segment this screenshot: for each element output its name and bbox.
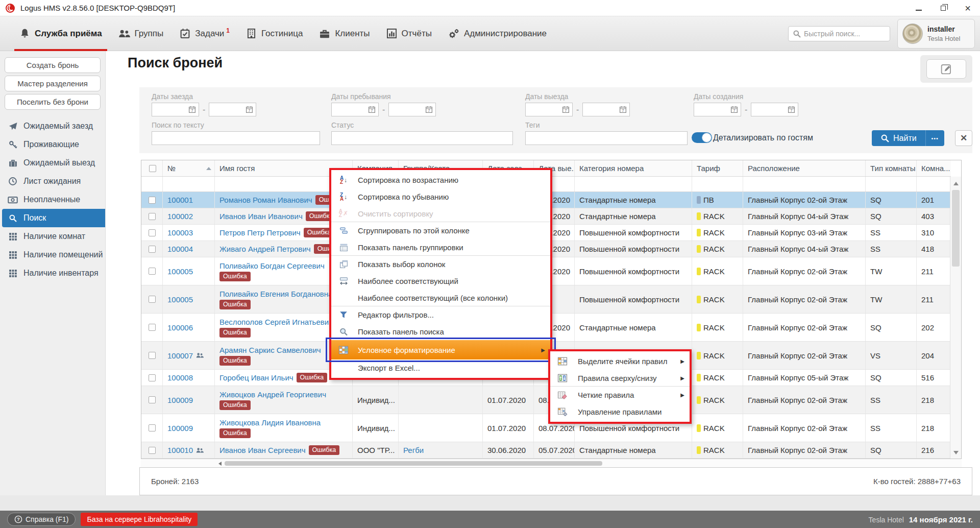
text-filter-input[interactable] [331, 131, 513, 145]
column-header-room-category[interactable]: Категория номера [575, 160, 692, 176]
row-checkbox[interactable] [149, 246, 156, 253]
sidebar-item[interactable]: Лист ожидания [0, 172, 105, 190]
column-header-room[interactable]: Комна... [917, 160, 951, 176]
date-to-input[interactable]: 7 [388, 103, 436, 116]
nav-item[interactable]: Клиенты [311, 16, 378, 51]
clear-filters-button[interactable]: ✕ [955, 130, 972, 146]
nav-item[interactable]: Гостиница [238, 16, 311, 51]
sidebar-item[interactable]: Наличие комнат [0, 227, 105, 246]
guest-name-link[interactable]: Горобец Иван Ильич [219, 373, 293, 382]
row-checkbox[interactable] [149, 213, 156, 220]
submenu-item[interactable]: Управление правилами [550, 403, 690, 420]
row-checkbox[interactable] [149, 352, 156, 359]
date-from-input[interactable]: 7 [525, 103, 573, 116]
column-header-location[interactable]: Расположение [743, 160, 866, 176]
row-checkbox[interactable] [149, 374, 156, 381]
booking-number[interactable]: 100001 [167, 196, 193, 204]
booking-number[interactable]: 100010 [167, 446, 193, 454]
sidebar-action-button[interactable]: Поселить без брони [5, 94, 101, 110]
text-filter-input[interactable] [152, 131, 320, 145]
text-filter-input[interactable] [525, 131, 688, 145]
guest-name-link[interactable]: Петров Петр Петрович [219, 228, 301, 237]
guest-name-link[interactable]: Иванов Иван Иванович [219, 212, 303, 221]
column-header-number[interactable]: № [163, 160, 215, 176]
context-menu-item[interactable]: Показать панель группировки [331, 239, 550, 256]
booking-number[interactable]: 100005 [167, 295, 193, 304]
guest-name-link[interactable]: Иванов Иван Сергеевич [219, 446, 306, 454]
edit-button[interactable] [926, 59, 966, 79]
sidebar-item[interactable]: Поиск [2, 209, 105, 227]
context-menu-item[interactable]: Экспорт в Excel... [331, 359, 550, 376]
submenu-item[interactable]: Выделите ячейки правил ▶ [550, 353, 690, 370]
column-header-tariff[interactable]: Тариф [692, 160, 743, 176]
sidebar-action-button[interactable]: Мастер разделения [5, 76, 101, 91]
scroll-left-icon[interactable] [218, 462, 222, 466]
user-chip[interactable]: installer Tesla Hotel [897, 19, 975, 49]
guest-name-link[interactable]: Веслополов Сергей Игнатьеви [219, 318, 329, 326]
vertical-scrollbar[interactable] [950, 177, 961, 459]
date-to-input[interactable]: 7 [751, 103, 798, 116]
sidebar-item[interactable]: Наличие инвентаря [0, 264, 105, 282]
guest-name-link[interactable]: Поливайко Евгения Богдановна [219, 290, 332, 298]
nav-item[interactable]: Служба приёма [11, 16, 110, 51]
scroll-down-icon[interactable] [953, 451, 959, 454]
row-checkbox[interactable] [149, 229, 156, 236]
scroll-up-icon[interactable] [953, 182, 959, 185]
context-menu-item[interactable]: AZ↓ Сортировка по возрастанию [331, 172, 550, 188]
booking-number[interactable]: 100004 [167, 245, 193, 253]
context-menu-item[interactable]: Показать выбор колонок [331, 256, 550, 273]
guest-name-link[interactable]: Арамян Саркис Самвелович [219, 346, 321, 354]
guest-name-link[interactable]: Живоцкова Лидия Ивановна [219, 418, 321, 427]
context-menu-item[interactable]: Редактор фильтров... [331, 306, 550, 323]
row-checkbox[interactable] [149, 268, 156, 275]
nav-item[interactable]: Группы [110, 16, 172, 51]
context-menu-item[interactable]: Показать панель поиска [331, 323, 550, 340]
row-checkbox[interactable] [149, 447, 156, 454]
context-menu-item[interactable]: Наиболее соответствующий (все колонки) [331, 290, 550, 306]
nav-item[interactable]: Администрирование [440, 16, 555, 51]
booking-number[interactable]: 100005 [167, 267, 193, 276]
booking-number[interactable]: 100008 [167, 373, 193, 382]
guest-name-link[interactable]: Поливайко Богдан Сергеевич [219, 261, 325, 270]
booking-number[interactable]: 100003 [167, 228, 193, 237]
booking-number[interactable]: 100002 [167, 212, 193, 221]
detail-by-guests-toggle[interactable] [692, 132, 712, 143]
sidebar-item[interactable]: Неоплаченные [0, 190, 105, 209]
date-from-input[interactable]: 7 [331, 103, 379, 116]
submenu-item[interactable]: Правила сверху/снизу ▶ [550, 370, 690, 387]
vertical-scroll-thumb[interactable] [952, 190, 960, 267]
sidebar-item[interactable]: Ожидаемый выезд [0, 154, 105, 172]
booking-number[interactable]: 100007 [167, 351, 193, 360]
restore-button[interactable] [931, 0, 955, 16]
date-to-input[interactable]: 7 [209, 103, 256, 116]
sidebar-item[interactable]: Проживающие [0, 135, 105, 154]
table-row[interactable]: 100009 Живоцкова Лидия Ивановна Ошибка И… [141, 414, 951, 442]
sidebar-item[interactable]: Ожидаемый заезд [0, 117, 105, 135]
context-menu-item[interactable]: Наиболее соответствующий [331, 273, 550, 290]
booking-number[interactable]: 100006 [167, 323, 193, 332]
quick-search-input[interactable]: Быстрый поиск... [788, 26, 890, 41]
nav-item[interactable]: Задачи 1 [172, 16, 238, 51]
row-checkbox[interactable] [149, 396, 156, 403]
find-button[interactable]: Найти ••• [872, 130, 944, 146]
horizontal-scroll-thumb[interactable] [225, 461, 602, 466]
sidebar-action-button[interactable]: Создать бронь [5, 57, 101, 73]
horizontal-scrollbar[interactable] [141, 460, 962, 467]
sidebar-item[interactable]: Наличие помещений [0, 246, 105, 264]
row-checkbox[interactable] [149, 296, 156, 303]
context-menu-item[interactable]: AZ✗ Очистить сортировку [331, 205, 550, 222]
row-checkbox[interactable] [149, 324, 156, 331]
submenu-item[interactable]: Четкие правила ▶ [550, 387, 690, 403]
server-database-button[interactable]: База на сервере Librahospitality [81, 513, 198, 526]
date-to-input[interactable]: 7 [582, 103, 630, 116]
booking-number[interactable]: 100009 [167, 424, 193, 433]
find-more-button[interactable]: ••• [925, 130, 944, 146]
row-checkbox[interactable] [149, 424, 156, 431]
date-from-input[interactable]: 7 [152, 103, 199, 116]
date-from-input[interactable]: 7 [694, 103, 741, 116]
nav-item[interactable]: Отчёты [378, 16, 440, 51]
minimize-button[interactable] [906, 0, 931, 16]
guest-name-link[interactable]: Живоцков Андрей Георгиевич [219, 390, 326, 399]
column-header-room-type[interactable]: Тип комнаты [866, 160, 917, 176]
table-row[interactable]: 100009 Живоцков Андрей Георгиевич Ошибка… [141, 386, 951, 414]
